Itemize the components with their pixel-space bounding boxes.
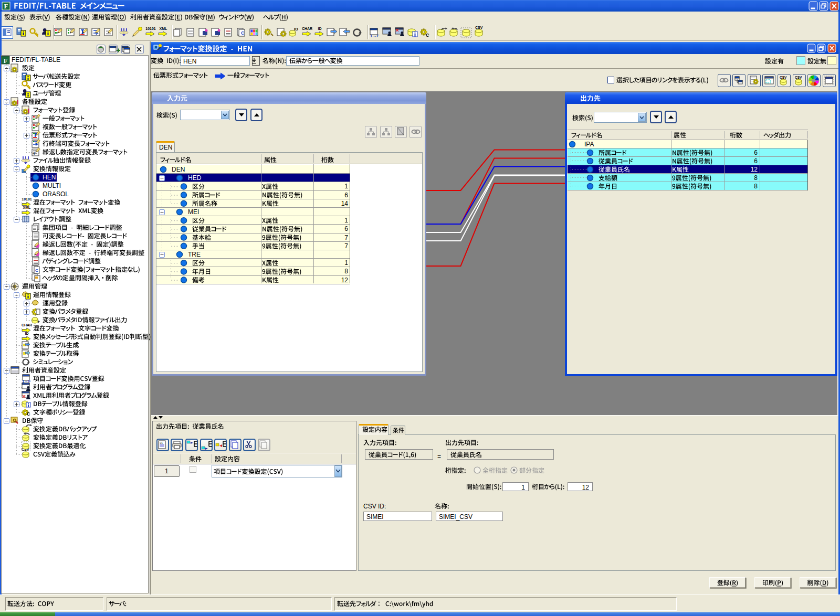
svg-text:1→F: 1→F <box>370 34 379 38</box>
svg-text:C: C <box>35 268 38 273</box>
svg-text:C: C <box>241 30 245 36</box>
svg-text:C: C <box>27 411 30 417</box>
svg-text:CSV: CSV <box>475 26 483 29</box>
svg-text:4: 4 <box>33 151 35 156</box>
svg-text:01: 01 <box>160 442 163 445</box>
svg-text:F: F <box>4 57 7 65</box>
svg-text:C: C <box>426 33 429 38</box>
svg-text:F: F <box>4 2 8 10</box>
svg-text:ID: ID <box>294 27 298 31</box>
